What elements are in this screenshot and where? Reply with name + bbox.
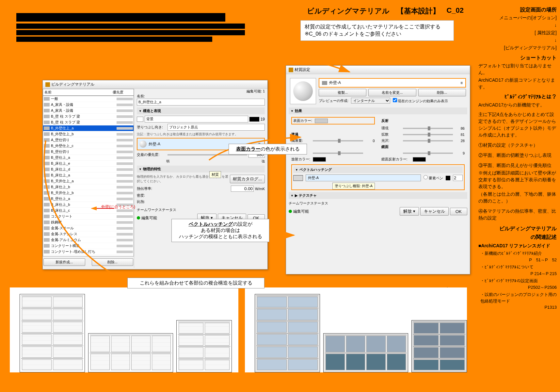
pen-swatch[interactable] — [249, 117, 259, 122]
catalog-button[interactable]: 材質カタログ... — [230, 175, 265, 183]
atten-row[interactable]: 減衰量:0 — [291, 138, 375, 143]
duplicate-button[interactable]: 複製... — [319, 89, 366, 96]
swatch-icon[interactable] — [137, 117, 143, 122]
col-name[interactable]: 名前 — [44, 90, 113, 95]
reflect-heading: 反射 — [381, 117, 465, 124]
point-note: ※例えば断面詳細図において壁や床が交差する部位の各層上下表示の順番を表現できる。 — [478, 170, 557, 190]
surface-color-row[interactable]: 表面カラー: — [291, 117, 375, 124]
mirror-val-row[interactable]: 9 — [381, 151, 465, 155]
material-list-row[interactable]: 一般 — [43, 96, 134, 102]
team-status: 編集可能 — [293, 209, 309, 214]
material-list-row[interactable]: B_外壁仕上_b — [43, 131, 134, 137]
material-list-row[interactable]: A_家具・設備 — [43, 102, 134, 108]
pen-swatch[interactable] — [446, 176, 450, 180]
material-list-row[interactable]: B_天井仕上_b — [43, 190, 134, 196]
point-item: ④各マテリアルの熱伝導率、密度、比熱の設定 — [478, 208, 557, 221]
material-list-row[interactable]: B_床仕上_d — [43, 167, 134, 172]
material-list-row[interactable]: B_床仕上_a — [43, 172, 134, 178]
ok-button[interactable]: OK — [450, 208, 467, 215]
section-vh[interactable]: ベクトルハッチング — [293, 166, 463, 173]
status-icon — [289, 210, 292, 213]
shortcut-text: デフォルトでは割り当てはありません。 — [478, 62, 557, 76]
material-list-row[interactable]: B_壁 柱 スラブ 梁 — [43, 114, 134, 120]
diffuse-row[interactable]: 拡散81 — [381, 132, 465, 137]
material-name: 外壁-A — [329, 80, 458, 86]
release-button[interactable]: 解放 ▾ — [400, 207, 419, 216]
material-list-row[interactable]: B_壁仕上_a — [43, 196, 134, 202]
vector-hatching-section: ベクトルハッチング 外壁-A 要素ペン 塗りつぶし種類: 外壁-A — [291, 164, 465, 190]
team-label: チームワークステータス — [289, 201, 467, 206]
note-material-select: 材質の設定で作成しておいたマテリアルをここで選択する ※C_06 のドキュメント… — [300, 20, 454, 41]
preview-label: プレビューの作成: — [319, 98, 348, 103]
dialog-title: ビルディングマテリアル — [51, 82, 94, 87]
mirror-color-row[interactable]: 鏡面反射カラー: — [381, 157, 465, 162]
pen-value[interactable] — [453, 175, 463, 181]
ref-item: ・ﾋﾞﾙﾃﾞｨﾝｸﾞﾏﾃﾘｱﾙについてP 214～P 215 — [480, 264, 557, 277]
engine-select[interactable]: インターナル — [351, 98, 390, 104]
rename-button[interactable]: 名前を変更... — [368, 89, 416, 96]
material-list-row[interactable]: B_壁仕切り — [43, 149, 134, 155]
fill-dir-select[interactable]: プロジェクト原点 — [168, 124, 265, 131]
density-label: 密度: — [137, 193, 160, 198]
section-texture[interactable]: ▶ テクスチャ — [289, 192, 467, 199]
material-list-row[interactable]: A_家具・設備 — [43, 108, 134, 114]
material-list-row[interactable]: 金属-スチール — [43, 225, 134, 231]
sphere-icon — [293, 81, 313, 101]
section-effect[interactable]: 効果 — [289, 107, 467, 114]
sphere-icon — [139, 140, 147, 148]
material-list-row[interactable]: B_壁仕上_a — [43, 155, 134, 161]
new-button[interactable]: 新規作成... — [43, 258, 85, 266]
delete-button[interactable]: 削除... — [92, 258, 134, 266]
material-list[interactable]: 一般A_家具・設備A_家具・設備B_壁 柱 スラブ 梁B_壁 柱 スラブ 梁B_… — [43, 96, 134, 256]
point-item: ③平面、断面の見えがかり優先順位 — [478, 162, 557, 169]
material-list-row[interactable]: A_壁仕切り — [43, 137, 134, 143]
material-list-row[interactable]: 鉄鋼材 — [43, 220, 134, 225]
material-list-row[interactable]: 金属-アルミニウム — [43, 237, 134, 243]
tooltip-material: 材質 — [209, 171, 221, 178]
thermal-value[interactable] — [231, 186, 254, 192]
material-list-row[interactable]: コンクリート — [43, 214, 134, 220]
col-priority[interactable]: 優先度 — [113, 90, 132, 95]
note-vector-hatch: ベクトルハッチングの設定が ある材質の場合は ハッチングの模様とともに表示される — [171, 219, 269, 242]
dialog-titlebar[interactable]: ビルディングマテリアル — [43, 80, 267, 89]
emit-color-row[interactable]: 放射カラー: — [291, 157, 375, 162]
name-field[interactable]: B_外壁仕上_a — [137, 99, 265, 106]
swatch-icon — [322, 81, 327, 85]
ref-head: ■ArchiCAD17 リファレンスガイド — [478, 242, 557, 249]
loc-arrow: ↓ — [478, 22, 557, 29]
material-list-row[interactable]: B_外壁仕上_c — [43, 143, 134, 149]
env-row[interactable]: 環境86 — [381, 126, 465, 131]
thermal-unit: W/mK — [255, 187, 265, 191]
fill-dir-label: 塗りつぶし向き: — [137, 125, 166, 130]
pen-number: 19 — [261, 117, 265, 122]
menu-icon[interactable]: ≡ — [460, 81, 463, 85]
intersect-label: 交差の優先度: — [137, 152, 166, 157]
engine-checkbox[interactable] — [393, 98, 397, 102]
material-list-row[interactable]: B_外壁仕上_a — [43, 125, 134, 131]
bg-select[interactable]: 背景 — [145, 116, 248, 122]
dialog-titlebar[interactable]: 材質設定 — [286, 66, 470, 74]
color-swatch[interactable] — [315, 119, 328, 123]
material-list-row[interactable]: 金属-ステンレス — [43, 231, 134, 237]
engine-checkbox-label[interactable]: 現在のエンジンの効果のみ表示 — [393, 98, 448, 104]
dialog-title: 材質設定 — [295, 67, 310, 73]
intro-heading — [16, 13, 245, 42]
cancel-button[interactable]: キャンセル — [420, 207, 449, 216]
vh-tooltip: 塗りつぶし種類: 外壁-A — [332, 183, 375, 189]
vh-select[interactable]: 外壁-A — [306, 174, 421, 181]
point-item: ①材質の設定（テクスチャ） — [478, 142, 557, 149]
material-name-row[interactable]: 外壁-A ≡ — [319, 78, 466, 88]
material-list-row[interactable]: コンクリート-埋め戻し打ち — [43, 249, 134, 255]
gloss-row[interactable]: 光沢:28 — [381, 138, 465, 143]
page-code: C_02 — [446, 6, 464, 15]
material-list-row[interactable]: B_天井仕上_a — [43, 178, 134, 184]
material-list-row[interactable]: B_床仕上_b — [43, 184, 134, 190]
material-list-panel: 名前 優先度 一般A_家具・設備A_家具・設備B_壁 柱 スラブ 梁B_壁 柱 … — [43, 89, 134, 268]
section-physical[interactable]: 物理的特性 — [137, 166, 265, 172]
pen-radio[interactable]: 要素ペン — [424, 175, 443, 181]
material-list-row[interactable]: コンクリート構造 — [43, 243, 134, 249]
section-structure[interactable]: 構造と表現 — [137, 107, 265, 114]
material-list-row[interactable]: B_壁 柱 スラブ 梁 — [43, 120, 134, 125]
material-list-row[interactable]: B_床仕上_e — [43, 161, 134, 167]
delete-button[interactable]: 削除... — [418, 89, 466, 96]
